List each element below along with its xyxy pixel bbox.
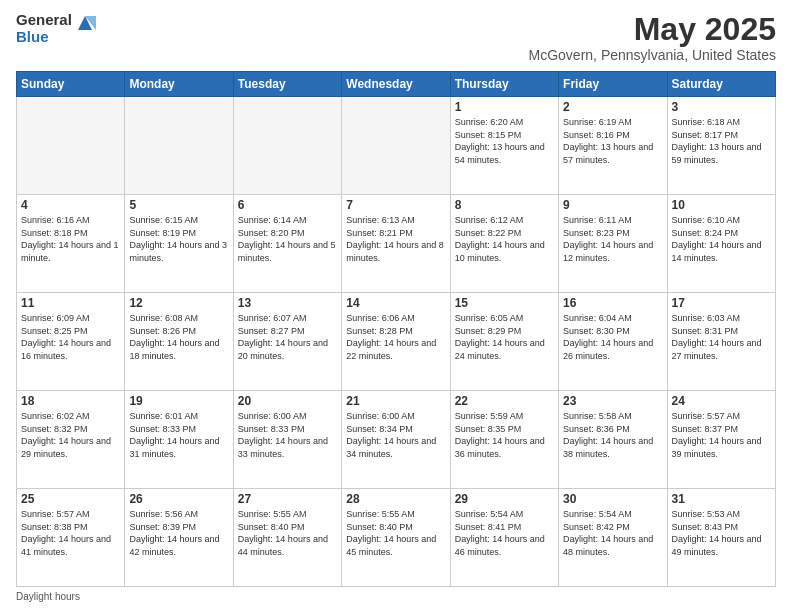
day-cell: 18Sunrise: 6:02 AM Sunset: 8:32 PM Dayli… <box>17 391 125 489</box>
day-cell <box>342 97 450 195</box>
day-header-thursday: Thursday <box>450 72 558 97</box>
day-cell: 10Sunrise: 6:10 AM Sunset: 8:24 PM Dayli… <box>667 195 775 293</box>
day-cell: 9Sunrise: 6:11 AM Sunset: 8:23 PM Daylig… <box>559 195 667 293</box>
day-number: 14 <box>346 296 445 310</box>
day-info: Sunrise: 6:19 AM Sunset: 8:16 PM Dayligh… <box>563 116 662 166</box>
day-cell: 17Sunrise: 6:03 AM Sunset: 8:31 PM Dayli… <box>667 293 775 391</box>
day-number: 26 <box>129 492 228 506</box>
day-number: 11 <box>21 296 120 310</box>
day-header-sunday: Sunday <box>17 72 125 97</box>
logo-general: General <box>16 12 72 29</box>
day-cell: 16Sunrise: 6:04 AM Sunset: 8:30 PM Dayli… <box>559 293 667 391</box>
day-cell: 3Sunrise: 6:18 AM Sunset: 8:17 PM Daylig… <box>667 97 775 195</box>
day-header-friday: Friday <box>559 72 667 97</box>
day-info: Sunrise: 6:13 AM Sunset: 8:21 PM Dayligh… <box>346 214 445 264</box>
day-info: Sunrise: 5:59 AM Sunset: 8:35 PM Dayligh… <box>455 410 554 460</box>
calendar-table: SundayMondayTuesdayWednesdayThursdayFrid… <box>16 71 776 587</box>
day-number: 3 <box>672 100 771 114</box>
daylight-hours-label: Daylight hours <box>16 591 80 602</box>
header-row: SundayMondayTuesdayWednesdayThursdayFrid… <box>17 72 776 97</box>
day-cell: 13Sunrise: 6:07 AM Sunset: 8:27 PM Dayli… <box>233 293 341 391</box>
day-info: Sunrise: 5:54 AM Sunset: 8:41 PM Dayligh… <box>455 508 554 558</box>
header: General Blue May 2025 McGovern, Pennsylv… <box>16 12 776 63</box>
day-number: 17 <box>672 296 771 310</box>
day-info: Sunrise: 6:20 AM Sunset: 8:15 PM Dayligh… <box>455 116 554 166</box>
day-cell: 15Sunrise: 6:05 AM Sunset: 8:29 PM Dayli… <box>450 293 558 391</box>
day-cell <box>17 97 125 195</box>
day-cell: 2Sunrise: 6:19 AM Sunset: 8:16 PM Daylig… <box>559 97 667 195</box>
day-number: 25 <box>21 492 120 506</box>
day-number: 5 <box>129 198 228 212</box>
day-info: Sunrise: 6:00 AM Sunset: 8:34 PM Dayligh… <box>346 410 445 460</box>
day-cell: 19Sunrise: 6:01 AM Sunset: 8:33 PM Dayli… <box>125 391 233 489</box>
day-cell: 14Sunrise: 6:06 AM Sunset: 8:28 PM Dayli… <box>342 293 450 391</box>
day-info: Sunrise: 6:16 AM Sunset: 8:18 PM Dayligh… <box>21 214 120 264</box>
day-number: 24 <box>672 394 771 408</box>
day-header-saturday: Saturday <box>667 72 775 97</box>
day-header-wednesday: Wednesday <box>342 72 450 97</box>
day-info: Sunrise: 6:09 AM Sunset: 8:25 PM Dayligh… <box>21 312 120 362</box>
day-info: Sunrise: 6:18 AM Sunset: 8:17 PM Dayligh… <box>672 116 771 166</box>
day-info: Sunrise: 5:56 AM Sunset: 8:39 PM Dayligh… <box>129 508 228 558</box>
day-info: Sunrise: 5:54 AM Sunset: 8:42 PM Dayligh… <box>563 508 662 558</box>
day-number: 20 <box>238 394 337 408</box>
day-info: Sunrise: 6:15 AM Sunset: 8:19 PM Dayligh… <box>129 214 228 264</box>
day-cell: 8Sunrise: 6:12 AM Sunset: 8:22 PM Daylig… <box>450 195 558 293</box>
day-info: Sunrise: 5:58 AM Sunset: 8:36 PM Dayligh… <box>563 410 662 460</box>
day-info: Sunrise: 5:55 AM Sunset: 8:40 PM Dayligh… <box>346 508 445 558</box>
day-cell: 27Sunrise: 5:55 AM Sunset: 8:40 PM Dayli… <box>233 489 341 587</box>
day-number: 8 <box>455 198 554 212</box>
calendar-subtitle: McGovern, Pennsylvania, United States <box>529 47 776 63</box>
week-row-1: 4Sunrise: 6:16 AM Sunset: 8:18 PM Daylig… <box>17 195 776 293</box>
day-info: Sunrise: 6:05 AM Sunset: 8:29 PM Dayligh… <box>455 312 554 362</box>
logo-blue: Blue <box>16 29 72 46</box>
day-cell: 6Sunrise: 6:14 AM Sunset: 8:20 PM Daylig… <box>233 195 341 293</box>
day-number: 13 <box>238 296 337 310</box>
day-cell: 20Sunrise: 6:00 AM Sunset: 8:33 PM Dayli… <box>233 391 341 489</box>
week-row-0: 1Sunrise: 6:20 AM Sunset: 8:15 PM Daylig… <box>17 97 776 195</box>
day-number: 29 <box>455 492 554 506</box>
day-number: 2 <box>563 100 662 114</box>
day-info: Sunrise: 6:02 AM Sunset: 8:32 PM Dayligh… <box>21 410 120 460</box>
footer: Daylight hours <box>16 591 776 602</box>
day-cell: 29Sunrise: 5:54 AM Sunset: 8:41 PM Dayli… <box>450 489 558 587</box>
day-number: 4 <box>21 198 120 212</box>
day-cell: 12Sunrise: 6:08 AM Sunset: 8:26 PM Dayli… <box>125 293 233 391</box>
week-row-4: 25Sunrise: 5:57 AM Sunset: 8:38 PM Dayli… <box>17 489 776 587</box>
day-header-tuesday: Tuesday <box>233 72 341 97</box>
day-number: 10 <box>672 198 771 212</box>
day-number: 12 <box>129 296 228 310</box>
day-info: Sunrise: 6:10 AM Sunset: 8:24 PM Dayligh… <box>672 214 771 264</box>
day-cell: 21Sunrise: 6:00 AM Sunset: 8:34 PM Dayli… <box>342 391 450 489</box>
day-number: 16 <box>563 296 662 310</box>
day-info: Sunrise: 6:01 AM Sunset: 8:33 PM Dayligh… <box>129 410 228 460</box>
day-cell: 28Sunrise: 5:55 AM Sunset: 8:40 PM Dayli… <box>342 489 450 587</box>
day-info: Sunrise: 6:11 AM Sunset: 8:23 PM Dayligh… <box>563 214 662 264</box>
day-cell <box>125 97 233 195</box>
day-cell: 30Sunrise: 5:54 AM Sunset: 8:42 PM Dayli… <box>559 489 667 587</box>
day-cell: 25Sunrise: 5:57 AM Sunset: 8:38 PM Dayli… <box>17 489 125 587</box>
day-cell: 24Sunrise: 5:57 AM Sunset: 8:37 PM Dayli… <box>667 391 775 489</box>
page: General Blue May 2025 McGovern, Pennsylv… <box>0 0 792 612</box>
week-row-3: 18Sunrise: 6:02 AM Sunset: 8:32 PM Dayli… <box>17 391 776 489</box>
day-number: 30 <box>563 492 662 506</box>
day-cell: 7Sunrise: 6:13 AM Sunset: 8:21 PM Daylig… <box>342 195 450 293</box>
day-info: Sunrise: 6:08 AM Sunset: 8:26 PM Dayligh… <box>129 312 228 362</box>
day-info: Sunrise: 6:00 AM Sunset: 8:33 PM Dayligh… <box>238 410 337 460</box>
day-info: Sunrise: 5:57 AM Sunset: 8:37 PM Dayligh… <box>672 410 771 460</box>
day-number: 15 <box>455 296 554 310</box>
logo-icon <box>74 12 96 34</box>
day-cell: 22Sunrise: 5:59 AM Sunset: 8:35 PM Dayli… <box>450 391 558 489</box>
calendar-title: May 2025 <box>529 12 776 47</box>
day-info: Sunrise: 6:04 AM Sunset: 8:30 PM Dayligh… <box>563 312 662 362</box>
day-cell: 4Sunrise: 6:16 AM Sunset: 8:18 PM Daylig… <box>17 195 125 293</box>
day-info: Sunrise: 6:12 AM Sunset: 8:22 PM Dayligh… <box>455 214 554 264</box>
day-info: Sunrise: 5:53 AM Sunset: 8:43 PM Dayligh… <box>672 508 771 558</box>
day-info: Sunrise: 5:57 AM Sunset: 8:38 PM Dayligh… <box>21 508 120 558</box>
day-number: 22 <box>455 394 554 408</box>
day-cell <box>233 97 341 195</box>
day-number: 18 <box>21 394 120 408</box>
logo-text: General Blue <box>16 12 72 45</box>
week-row-2: 11Sunrise: 6:09 AM Sunset: 8:25 PM Dayli… <box>17 293 776 391</box>
day-number: 6 <box>238 198 337 212</box>
